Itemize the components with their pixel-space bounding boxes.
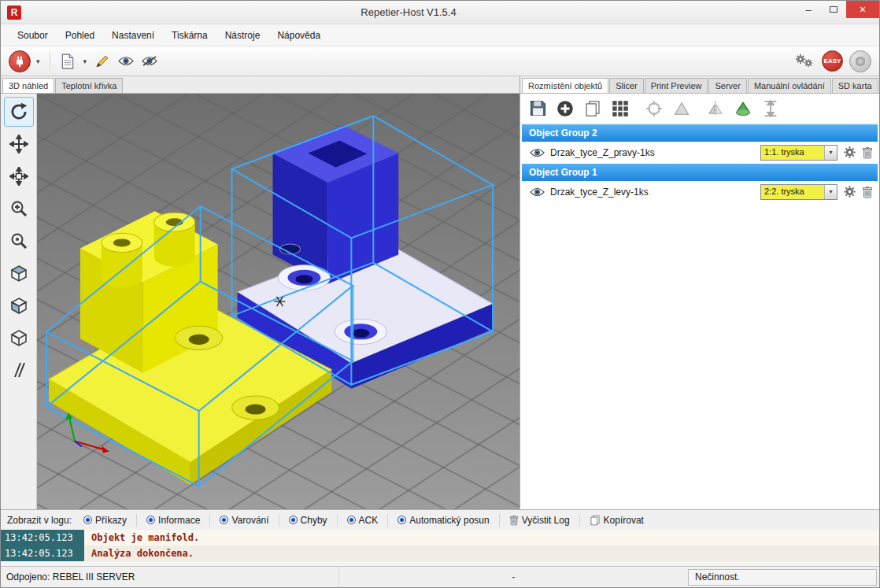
object-group-header[interactable]: Object Group 2	[522, 124, 878, 142]
radio-icon	[146, 516, 155, 524]
menu-nastaveni[interactable]: Nastavení	[103, 26, 163, 45]
trash-icon	[862, 146, 873, 159]
menu-bar: Soubor Pohled Nastavení Tiskárna Nástroj…	[1, 24, 879, 46]
top-view-button[interactable]	[4, 323, 34, 353]
zoom-in-button[interactable]	[4, 194, 34, 224]
mirror-object-button[interactable]	[704, 98, 727, 120]
menu-pohled[interactable]: Pohled	[57, 26, 103, 45]
log-message: Objekt je manifold.	[84, 532, 199, 543]
document-icon	[60, 54, 76, 69]
menu-napoveda[interactable]: Nápověda	[268, 26, 329, 45]
measure-object-button[interactable]	[760, 98, 782, 120]
title-bar[interactable]: R Repetier-Host V1.5.4 – ×	[1, 1, 879, 24]
gears-icon	[795, 53, 815, 70]
clear-log-button[interactable]: Vyčistit Log	[504, 513, 575, 527]
rotate-icon	[9, 102, 29, 122]
tab-server[interactable]: Server	[708, 78, 746, 93]
view-tool-strip	[1, 94, 37, 509]
zoom-icon	[9, 231, 28, 250]
connection-status: Odpojeno: REBEL III SERVER	[1, 567, 339, 587]
load-dropdown-arrow[interactable]: ▾	[81, 57, 90, 65]
delete-object-button[interactable]	[862, 186, 873, 198]
copy-log-label: Kopírovat	[604, 515, 644, 526]
filter-label: Informace	[158, 515, 200, 526]
visibility-eye-icon[interactable]	[530, 187, 545, 197]
move-view-button[interactable]	[4, 129, 34, 159]
copy-log-button[interactable]: Kopírovat	[584, 513, 649, 527]
close-button[interactable]: ×	[846, 1, 879, 18]
isometric-view-button[interactable]	[4, 258, 34, 288]
tab-print-preview[interactable]: Print Preview	[645, 78, 708, 93]
object-settings-button[interactable]	[843, 146, 856, 159]
easy-mode-button[interactable]: EASY	[822, 50, 843, 72]
log-row: 13:42:05.123 Objekt je manifold.	[1, 530, 879, 545]
move-object-button[interactable]	[4, 161, 34, 191]
object-settings-button[interactable]	[843, 185, 856, 198]
log-filter-bar: Zobrazit v logu: Příkazy Informace Varov…	[1, 509, 879, 530]
extruder-select[interactable]: 2:2. tryska ▾	[760, 184, 837, 200]
scale-object-button[interactable]	[671, 98, 693, 120]
combo-dropdown-icon[interactable]: ▾	[824, 185, 837, 199]
zoom-fit-button[interactable]	[4, 226, 34, 256]
combo-dropdown-icon[interactable]: ▾	[824, 146, 837, 160]
radio-icon	[347, 516, 356, 524]
show-travel-button[interactable]	[139, 50, 160, 72]
filter-varovani[interactable]: Varování	[214, 513, 274, 527]
stop-icon	[854, 55, 867, 68]
caliper-icon	[762, 100, 779, 117]
delete-object-button[interactable]	[862, 146, 873, 159]
load-button[interactable]	[57, 50, 78, 72]
save-button[interactable]	[527, 98, 549, 120]
radio-icon	[83, 516, 92, 524]
connect-dropdown-arrow[interactable]: ▾	[34, 57, 43, 65]
object-name: Drzak_tyce_Z_pravy-1ks	[550, 147, 655, 158]
rotate-view-button[interactable]	[4, 97, 34, 127]
visibility-eye-icon[interactable]	[530, 148, 545, 157]
floppy-icon	[529, 99, 547, 117]
printer-settings-button[interactable]	[795, 50, 815, 72]
tab-slicer[interactable]: Slicer	[609, 78, 644, 93]
tab-sd-karta[interactable]: SD karta	[832, 78, 878, 93]
connect-button[interactable]	[9, 50, 31, 72]
trash-icon	[509, 515, 519, 526]
tab-manualni-ovladani[interactable]: Manuální ovládání	[748, 78, 831, 93]
object-row[interactable]: Drzak_tyce_Z_levy-1ks 2:2. tryska ▾	[520, 181, 879, 202]
window-title: Repetier-Host V1.5.4	[21, 6, 796, 18]
log-filter-label: Zobrazit v logu:	[7, 515, 76, 526]
view-tabs: 3D náhled Teplotní křivka	[1, 76, 519, 94]
edit-gcode-button[interactable]	[92, 50, 113, 72]
copy-object-button[interactable]	[582, 98, 604, 120]
log-area[interactable]: 13:42:05.123 Objekt je manifold. 13:42:0…	[1, 530, 879, 566]
tab-teplotni-krivka[interactable]: Teplotní křivka	[55, 78, 123, 93]
eye-icon	[118, 56, 134, 66]
cube-wire-icon	[9, 328, 28, 347]
filter-prikazy[interactable]: Příkazy	[78, 513, 132, 527]
menu-soubor[interactable]: Soubor	[9, 26, 57, 45]
filter-ack[interactable]: ACK	[342, 513, 384, 527]
front-view-button[interactable]	[4, 290, 34, 320]
viewport-3d[interactable]	[37, 94, 519, 509]
maximize-button[interactable]	[821, 1, 846, 18]
minimize-button[interactable]: –	[796, 1, 821, 18]
tab-rozmisteni-objektu[interactable]: Rozmístění objektů	[522, 78, 608, 94]
object-group-header[interactable]: Object Group 1	[522, 164, 878, 181]
center-object-button[interactable]	[643, 98, 665, 120]
menu-tiskarna[interactable]: Tiskárna	[163, 26, 216, 45]
activity-status: Nečinnost.	[688, 569, 877, 586]
cut-object-button[interactable]	[732, 98, 754, 120]
filter-informace[interactable]: Informace	[141, 513, 205, 527]
parallel-projection-button[interactable]	[4, 355, 34, 385]
menu-nastroje[interactable]: Nástroje	[216, 26, 269, 45]
filter-chyby[interactable]: Chyby	[283, 513, 333, 527]
filter-automaticky-posun[interactable]: Automatický posun	[392, 513, 494, 527]
show-filament-button[interactable]	[116, 50, 136, 72]
log-timestamp: 13:42:05.123	[1, 545, 84, 561]
object-row[interactable]: Drzak_tyce_Z_pravy-1ks 1:1. tryska ▾	[520, 142, 879, 163]
autoposition-button[interactable]	[609, 98, 631, 120]
add-object-button[interactable]	[554, 98, 576, 120]
eye-slash-icon	[142, 56, 157, 66]
tab-3d-nahled[interactable]: 3D náhled	[2, 78, 54, 94]
extruder-select[interactable]: 1:1. tryska ▾	[760, 145, 837, 161]
app-window: R Repetier-Host V1.5.4 – × Soubor Pohled…	[0, 0, 880, 588]
emergency-stop-button[interactable]	[849, 50, 871, 72]
